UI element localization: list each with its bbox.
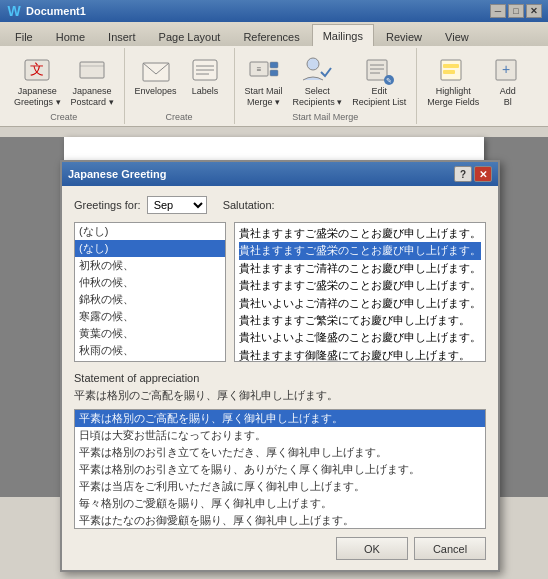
salutation-line[interactable]: 貴社ますますご盛栄のことお慶び申し上げます。 <box>239 225 481 242</box>
create-group-label: Create <box>50 110 77 122</box>
list-item[interactable]: (なし) <box>75 240 225 257</box>
document-title: Document1 <box>26 5 490 17</box>
salutation-label: Salutation: <box>223 199 275 211</box>
svg-text:✎: ✎ <box>386 77 392 84</box>
statement-list[interactable]: 平素は格別のご高配を賜り、厚く御礼申し上げます。 日頃は大変お世話になっておりま… <box>74 409 486 529</box>
labels-label: Labels <box>192 86 219 97</box>
greetings-list[interactable]: (なし) (なし) 初秋の候、 仲秋の候、 錦秋の候、 寒露の候、 黄葉の候、 … <box>74 222 226 362</box>
ribbon-content: 文 JapaneseGreetings ▾ JapanesePostcard ▾ <box>0 46 548 126</box>
svg-rect-11 <box>270 62 278 68</box>
salutation-line[interactable]: 貴社いよいよご清祥のことお慶び申し上げます。 <box>239 295 481 312</box>
statement-list-item[interactable]: 平素は格別のお引き立てを賜り、ありがたく厚く御礼申し上げます。 <box>75 461 485 478</box>
ok-button[interactable]: OK <box>336 537 408 560</box>
cancel-button[interactable]: Cancel <box>414 537 486 560</box>
edit-recipient-list-label: EditRecipient List <box>352 86 406 108</box>
list-item[interactable]: (なし) <box>75 223 225 240</box>
app-icon: W <box>6 3 22 19</box>
maximize-button[interactable]: □ <box>508 4 524 18</box>
envelopes-button[interactable]: Envelopes <box>131 52 181 99</box>
close-button[interactable]: ✕ <box>526 4 542 18</box>
ribbon: File Home Insert Page Layout References … <box>0 22 548 127</box>
list-item[interactable]: 秋雨の候、 <box>75 342 225 359</box>
svg-rect-22 <box>443 70 455 74</box>
minimize-button[interactable]: ─ <box>490 4 506 18</box>
dialog-close-button[interactable]: ✕ <box>474 166 492 182</box>
dialog-body: Greetings for: Sep Salutation: (なし) (なし)… <box>62 186 498 570</box>
start-mail-merge-label: Start MailMerge ▾ <box>245 86 283 108</box>
ribbon-group-items4: HighlightMerge Fields + AddBl <box>423 50 530 120</box>
ribbon-tabs: File Home Insert Page Layout References … <box>0 22 548 46</box>
greetings-list-col: (なし) (なし) 初秋の候、 仲秋の候、 錦秋の候、 寒露の候、 黄葉の候、 … <box>74 222 226 362</box>
japanese-greetings-icon: 文 <box>21 54 53 86</box>
statement-list-item[interactable]: 平素はたなのお御愛顧を賜り、厚く御礼申し上げます。 <box>75 512 485 529</box>
list-item[interactable]: 錦秋の候、 <box>75 291 225 308</box>
edit-recipient-list-icon: ✎ <box>363 54 395 86</box>
list-item[interactable]: 金風の候、 <box>75 359 225 362</box>
japanese-greetings-button[interactable]: 文 JapaneseGreetings ▾ <box>10 52 65 110</box>
dialog-titlebar-controls: ? ✕ <box>454 166 492 182</box>
tab-file[interactable]: File <box>4 26 44 46</box>
ribbon-group-items2: Envelopes Labels <box>131 50 228 110</box>
select-recipients-button[interactable]: SelectRecipients ▾ <box>289 52 347 110</box>
add-block-label: AddBl <box>500 86 516 108</box>
svg-rect-2 <box>80 62 104 78</box>
add-block-icon: + <box>492 54 524 86</box>
salutation-line[interactable]: 貴社ますますご清祥のことお慶び申し上げます。 <box>239 260 481 277</box>
ribbon-group-items: 文 JapaneseGreetings ▾ JapanesePostcard ▾ <box>10 50 118 110</box>
ribbon-group-mail-merge: ≡ Start MailMerge ▾ <box>235 48 418 124</box>
tab-review[interactable]: Review <box>375 26 433 46</box>
dialog-title: Japanese Greeting <box>68 168 454 180</box>
salutation-line[interactable]: 貴社ますますご盛栄のことお慶び申し上げます。 <box>239 277 481 294</box>
svg-rect-12 <box>270 70 278 76</box>
japanese-postcard-label: JapanesePostcard ▾ <box>71 86 114 108</box>
salutation-line[interactable]: 貴社ますますご繁栄にてお慶び申し上げます。 <box>239 312 481 329</box>
salutation-line[interactable]: 貴社ますます御隆盛にてお慶び申し上げます。 <box>239 347 481 362</box>
dialog-buttons: OK Cancel <box>74 529 486 560</box>
tab-page-layout[interactable]: Page Layout <box>148 26 232 46</box>
statement-list-item[interactable]: 平素は格別のお引き立てをいただき、厚く御礼申し上げます。 <box>75 444 485 461</box>
tab-home[interactable]: Home <box>45 26 96 46</box>
list-item[interactable]: 黄葉の候、 <box>75 325 225 342</box>
salutation-line[interactable]: 貴社ますますご盛栄のことお慶び申し上げます。 <box>239 242 481 259</box>
statement-list-item[interactable]: 平素は当店をご利用いただき誠に厚く御礼申し上げます。 <box>75 478 485 495</box>
salutation-list[interactable]: 貴社ますますご盛栄のことお慶び申し上げます。 貴社ますますご盛栄のことお慶び申し… <box>234 222 486 362</box>
ribbon-group-items3: ≡ Start MailMerge ▾ <box>241 50 411 110</box>
japanese-postcard-icon <box>76 54 108 86</box>
list-item[interactable]: 寒露の候、 <box>75 308 225 325</box>
salutation-col: 貴社ますますご盛栄のことお慶び申し上げます。 貴社ますますご盛栄のことお慶び申し… <box>234 222 486 362</box>
ribbon-group-envelopes: Envelopes Labels Create <box>125 48 235 124</box>
ribbon-group-japanese: 文 JapaneseGreetings ▾ JapanesePostcard ▾ <box>4 48 125 124</box>
labels-icon <box>189 54 221 86</box>
statement-section-label: Statement of appreciation <box>74 372 486 384</box>
dialog-help-button[interactable]: ? <box>454 166 472 182</box>
add-block-button[interactable]: + AddBl <box>485 52 530 110</box>
statement-list-item[interactable]: 毎々格別のご愛顧を賜り、厚く御礼申し上げます。 <box>75 495 485 512</box>
highlight-icon <box>437 54 469 86</box>
title-bar: W Document1 ─ □ ✕ <box>0 0 548 22</box>
list-item[interactable]: 仲秋の候、 <box>75 274 225 291</box>
create-group-label2: Create <box>166 110 193 122</box>
statement-list-item[interactable]: 日頃は大変お世話になっております。 <box>75 427 485 444</box>
two-column-area: (なし) (なし) 初秋の候、 仲秋の候、 錦秋の候、 寒露の候、 黄葉の候、 … <box>74 222 486 362</box>
greetings-for-select[interactable]: Sep <box>147 196 207 214</box>
start-mail-merge-button[interactable]: ≡ Start MailMerge ▾ <box>241 52 287 110</box>
tab-view[interactable]: View <box>434 26 480 46</box>
list-item[interactable]: 初秋の候、 <box>75 257 225 274</box>
edit-recipient-list-button[interactable]: ✎ EditRecipient List <box>348 52 410 110</box>
statement-list-item[interactable]: 平素は格別のご高配を賜り、厚く御礼申し上げます。 <box>75 410 485 427</box>
envelopes-label: Envelopes <box>135 86 177 97</box>
select-recipients-label: SelectRecipients ▾ <box>293 86 343 108</box>
tab-insert[interactable]: Insert <box>97 26 147 46</box>
svg-rect-14 <box>367 60 387 80</box>
svg-rect-21 <box>443 64 459 68</box>
labels-button[interactable]: Labels <box>183 52 228 99</box>
svg-point-13 <box>307 58 319 70</box>
svg-text:≡: ≡ <box>256 65 261 74</box>
japanese-greeting-dialog: Japanese Greeting ? ✕ Greetings for: Sep… <box>60 160 500 572</box>
highlight-merge-fields-button[interactable]: HighlightMerge Fields <box>423 52 483 110</box>
japanese-postcard-button[interactable]: JapanesePostcard ▾ <box>67 52 118 110</box>
tab-mailings[interactable]: Mailings <box>312 24 374 46</box>
salutation-line[interactable]: 貴社いよいよご隆盛のことお慶び申し上げます。 <box>239 329 481 346</box>
tab-references[interactable]: References <box>232 26 310 46</box>
start-mail-merge-icon: ≡ <box>248 54 280 86</box>
